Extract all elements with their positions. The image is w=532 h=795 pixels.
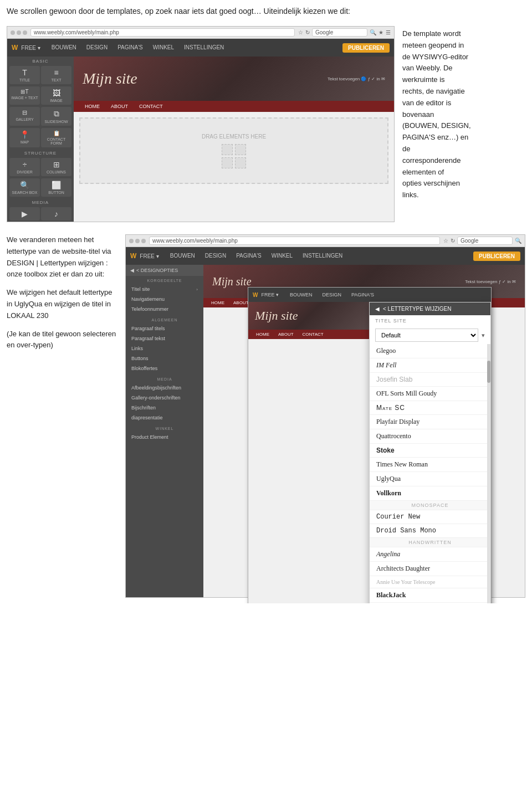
- nav-instellingen[interactable]: INSTELLINGEN: [180, 39, 228, 57]
- site-header-right-2: Tekst toevoegen ƒ ✓ in ✉: [465, 279, 516, 284]
- image-label: IMAGE: [50, 99, 63, 102]
- nav-design[interactable]: DESIGN: [82, 39, 112, 57]
- sidebar-item-contact[interactable]: 📋 CONTACT FORM: [41, 128, 71, 147]
- weebly-site-content: Mijn site Tekst toevoegen 🔵 ƒ ✓ in ✉ HOM…: [74, 57, 394, 222]
- sidebar-item-image-text[interactable]: ⊞T IMAGE + TEXT: [9, 86, 40, 105]
- nested-contact[interactable]: CONTACT: [298, 330, 328, 339]
- nested-home[interactable]: HOME: [252, 330, 274, 339]
- design-item-telefoonnummer[interactable]: Telefoonnummer: [126, 304, 203, 314]
- sidebar-item-columns[interactable]: ⊞ COLUMNS: [41, 158, 71, 176]
- font-scrollbar[interactable]: [487, 344, 490, 603]
- browser-url-bar[interactable]: www.weebly.com/weebly/main.php: [30, 28, 295, 37]
- font-item-glegoo[interactable]: Glegoo: [370, 344, 490, 358]
- weebly-free-label[interactable]: FREE ▾: [21, 45, 40, 51]
- font-item-playfair[interactable]: Playfair Display: [370, 415, 490, 429]
- sidebar-item-slideshow[interactable]: ⧉ SLIDESHOW: [41, 107, 71, 126]
- sidebar-item-audio[interactable]: ♪: [41, 207, 71, 220]
- font-scrollbar-thumb[interactable]: [487, 361, 490, 383]
- site-header-right: Tekst toevoegen 🔵 ƒ ✓ in ✉: [328, 76, 385, 81]
- chevron-down-icon: ▾: [482, 332, 485, 339]
- nested-nav-bouwen[interactable]: BOUWEN: [285, 288, 317, 302]
- font-dropdown-header[interactable]: ◀ < LETTERTYPE WIJZIGEN: [370, 302, 490, 315]
- nested-topbar: W FREE ▾ BOUWEN DESIGN PAGINA'S: [248, 288, 491, 302]
- nav2-bouwen[interactable]: BOUWEN: [166, 247, 200, 265]
- font-item-angelina[interactable]: Angelina: [370, 547, 490, 562]
- font-item-courier[interactable]: Courier New: [370, 510, 490, 524]
- sidebar-item-searchbox[interactable]: 🔍 SEARCH BOX: [9, 178, 40, 197]
- site-nav2-home[interactable]: HOME: [207, 298, 229, 307]
- font-item-quattrocento[interactable]: Quattrocento: [370, 429, 490, 444]
- font-item-im-fell[interactable]: IM Fell: [370, 358, 490, 373]
- star-icon-2[interactable]: ☆: [443, 238, 448, 244]
- google-search-2[interactable]: Google: [457, 237, 513, 245]
- design-section-2: ALGEMEEN Paragraaf titels Paragraaf teks…: [126, 315, 203, 375]
- nav2-paginas[interactable]: PAGINA'S: [232, 247, 266, 265]
- design-item-gallery-onderschriften[interactable]: Gallery-onderschriften: [126, 393, 203, 403]
- browser-frame-2: www.weebly.com/weebly/main.php ☆ ↻ Googl…: [125, 234, 525, 598]
- bookmark-icon[interactable]: ★: [378, 29, 383, 35]
- nested-nav-paginas[interactable]: PAGINA'S: [347, 288, 378, 302]
- font-item-architects[interactable]: Architects Daughter: [370, 562, 490, 576]
- design-item-bijschriften[interactable]: Bijschriften: [126, 403, 203, 413]
- font-item-vollkorn[interactable]: Vollkorn: [370, 486, 490, 501]
- sidebar-item-divider[interactable]: ÷ DIVIDER: [9, 158, 40, 176]
- nav-winkel[interactable]: WINKEL: [149, 39, 178, 57]
- design-item-links[interactable]: Links: [126, 343, 203, 353]
- nav2-design[interactable]: DESIGN: [201, 247, 231, 265]
- nav-paginas[interactable]: PAGINA'S: [113, 39, 147, 57]
- design-item-titel-site[interactable]: Titel site ›: [126, 284, 203, 294]
- design-panel-header[interactable]: ◀ < DESIGNOPTIES: [126, 265, 203, 276]
- sidebar-item-title[interactable]: T TITLE: [9, 66, 40, 84]
- publish-button[interactable]: PUBLICEREN: [342, 43, 390, 53]
- font-item-stoke[interactable]: Stoke: [370, 444, 490, 458]
- font-item-uglyqua[interactable]: UglyQua: [370, 472, 490, 486]
- design-item-buttons[interactable]: Buttons: [126, 353, 203, 363]
- font-item-times-new-roman[interactable]: Times New Roman: [370, 458, 490, 472]
- refresh-icon-2[interactable]: ↻: [451, 238, 455, 244]
- design-item-navigatiemenu[interactable]: Navigatiemenu: [126, 294, 203, 304]
- sidebar-item-image[interactable]: 🖼 IMAGE: [41, 86, 71, 105]
- sidebar-item-gallery[interactable]: ⊟ GALLERY: [9, 107, 40, 126]
- search-icon-2[interactable]: 🔍: [515, 238, 521, 244]
- font-item-mate-sc[interactable]: Mate SC: [370, 401, 490, 415]
- nested-about[interactable]: ABOUT: [274, 330, 298, 339]
- site-nav-contact[interactable]: CONTACT: [134, 101, 168, 112]
- weebly-free-2[interactable]: FREE ▾: [140, 253, 158, 259]
- menu-icon[interactable]: ☰: [386, 29, 391, 35]
- sidebar-item-button[interactable]: ⬜ BUTTON: [41, 178, 71, 197]
- google-search[interactable]: Google: [312, 28, 367, 37]
- nested-nav-design[interactable]: DESIGN: [318, 288, 346, 302]
- nav-bouwen[interactable]: BOUWEN: [47, 39, 81, 57]
- font-item-annie[interactable]: Annie Use Your Telescope: [370, 576, 490, 588]
- video-icon: ▶: [22, 209, 28, 218]
- star-icon[interactable]: ☆: [298, 29, 303, 35]
- nested-free[interactable]: FREE ▾: [261, 292, 279, 298]
- nav2-winkel[interactable]: WINKEL: [267, 247, 297, 265]
- design-item-diapresentatie[interactable]: diapresentatie: [126, 413, 203, 423]
- nav2-instellingen[interactable]: INSTELLINGEN: [298, 247, 347, 265]
- design-item-paragraaf-tekst[interactable]: Paragraaf tekst: [126, 334, 203, 343]
- font-item-blackjack[interactable]: BlackJack: [370, 588, 490, 603]
- design-item-paragraaf-titels[interactable]: Paragraaf titels: [126, 324, 203, 334]
- site-nav-home[interactable]: HOME: [79, 101, 105, 112]
- design-item-product[interactable]: Product Element: [126, 432, 203, 442]
- sidebar-item-text[interactable]: ≡ TEXT: [41, 66, 71, 84]
- font-item-ofl-sorts[interactable]: OFL Sorts Mill Goudy: [370, 387, 490, 401]
- browser-dots: [11, 30, 27, 35]
- sidebar-item-video[interactable]: ▶: [9, 207, 40, 220]
- design-item-afbeeldingen[interactable]: Afbeeldingsbijschriften: [126, 383, 203, 393]
- font-select-dropdown[interactable]: Default: [375, 329, 478, 342]
- sidebar-grid-row5: ÷ DIVIDER ⊞ COLUMNS: [7, 157, 74, 177]
- design-item-blokoffertes[interactable]: Blokoffertes: [126, 363, 203, 373]
- font-item-droid[interactable]: Droid Sans Mono: [370, 524, 490, 538]
- browser-dot-3: [23, 30, 27, 35]
- browser-url-2[interactable]: www.weebly.com/weebly/main.php: [149, 237, 440, 245]
- font-item-champagne[interactable]: G&G Champagne: [370, 603, 490, 603]
- site-nav-about[interactable]: ABOUT: [105, 101, 134, 112]
- refresh-icon[interactable]: ↻: [305, 29, 310, 35]
- search-icon[interactable]: 🔍: [370, 29, 376, 35]
- sidebar-item-map[interactable]: 📍 MAP: [9, 128, 40, 147]
- drag-cell-3: [222, 157, 233, 168]
- font-item-josefin[interactable]: Josefin Slab: [370, 373, 490, 387]
- publish-button-2[interactable]: PUBLICEREN: [473, 252, 520, 261]
